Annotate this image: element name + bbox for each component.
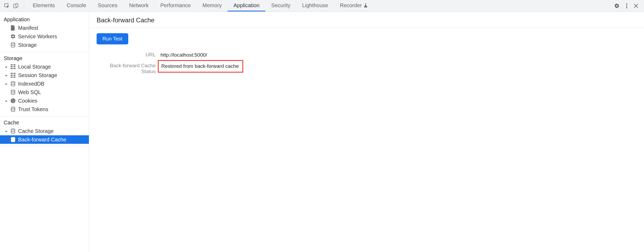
sidebar-item-local-storage[interactable]: ▸Local Storage	[0, 62, 89, 71]
run-test-button[interactable]: Run Test	[97, 33, 128, 44]
sidebar-item-label: Service Workers	[18, 33, 57, 40]
kv-label: Back-forward Cache Status	[97, 63, 160, 74]
cookie-icon	[10, 98, 16, 104]
svg-point-29	[11, 129, 15, 130]
tab-label: Lighthouse	[302, 2, 328, 9]
sidebar-item-label: Cookies	[18, 98, 37, 104]
tab-network[interactable]: Network	[123, 0, 154, 11]
tab-label: Security	[271, 2, 290, 9]
svg-point-22	[11, 90, 15, 91]
sidebar-item-cache-storage[interactable]: ▸Cache Storage	[0, 127, 89, 135]
kv-value: http://localhost:5000/	[160, 52, 207, 58]
svg-rect-18	[14, 75, 16, 76]
tab-label: Sources	[98, 2, 117, 9]
sidebar-item-manifest[interactable]: Manifest	[0, 24, 89, 32]
db-icon	[10, 81, 16, 87]
content-pane: Back-forward Cache Run Test URLhttp://lo…	[89, 12, 644, 252]
tab-label: Network	[129, 2, 148, 9]
tab-performance[interactable]: Performance	[155, 0, 197, 11]
tab-label: Console	[67, 2, 86, 9]
sidebar-item-label: Manifest	[18, 25, 38, 31]
sidebar-item-label: Trust Tokens	[18, 106, 48, 112]
tab-application[interactable]: Application	[228, 0, 265, 11]
tab-security[interactable]: Security	[265, 0, 296, 11]
tab-memory[interactable]: Memory	[197, 0, 228, 11]
svg-point-26	[13, 101, 13, 102]
svg-rect-10	[14, 64, 16, 65]
svg-rect-17	[11, 75, 13, 76]
sidebar-item-indexeddb[interactable]: ▸IndexedDB	[0, 79, 89, 88]
settings-icon[interactable]	[614, 3, 620, 9]
svg-point-3	[626, 3, 627, 4]
svg-point-4	[626, 5, 627, 6]
sidebar-item-label: Cache Storage	[18, 128, 53, 134]
svg-rect-19	[11, 77, 13, 78]
db-icon	[10, 42, 16, 48]
devtools-tabstrip: ElementsConsoleSourcesNetworkPerformance…	[0, 0, 644, 12]
expand-arrow-icon: ▸	[5, 73, 8, 77]
device-toolbar-icon[interactable]	[13, 3, 19, 9]
svg-point-25	[14, 100, 14, 101]
svg-point-8	[11, 43, 15, 44]
kv-row: Back-forward Cache StatusRestored from b…	[97, 63, 637, 74]
svg-rect-20	[14, 77, 16, 78]
sidebar-item-cookies[interactable]: ▸Cookies	[0, 96, 89, 105]
svg-rect-14	[14, 68, 16, 69]
application-sidebar: ApplicationManifestService WorkersStorag…	[0, 12, 89, 252]
highlight-box: Restored from back-forward cache	[158, 60, 243, 73]
expand-arrow-icon: ▸	[5, 65, 8, 69]
tab-lighthouse[interactable]: Lighthouse	[296, 0, 334, 11]
sidebar-item-trust-tokens[interactable]: Trust Tokens	[0, 105, 89, 114]
tab-sources[interactable]: Sources	[92, 0, 123, 11]
expand-arrow-icon: ▸	[5, 82, 8, 86]
db-icon	[10, 106, 16, 112]
kv-value: Restored from back-forward cache	[161, 63, 239, 69]
svg-point-21	[11, 81, 15, 83]
sidebar-item-label: Storage	[18, 42, 37, 48]
svg-rect-12	[14, 66, 16, 67]
file-icon	[10, 25, 16, 31]
gear-icon	[10, 33, 16, 39]
sidebar-item-web-sql[interactable]: Web SQL	[0, 88, 89, 96]
sidebar-item-session-storage[interactable]: ▸Session Storage	[0, 71, 89, 79]
svg-point-28	[11, 107, 15, 108]
sidebar-item-service-workers[interactable]: Service Workers	[0, 32, 89, 41]
kv-label: URL	[97, 52, 160, 58]
tab-elements[interactable]: Elements	[27, 0, 61, 11]
tab-label: Performance	[160, 2, 191, 9]
sidebar-item-storage[interactable]: Storage	[0, 41, 89, 49]
sidebar-item-label: Back-forward Cache	[18, 137, 66, 143]
svg-point-23	[11, 98, 15, 103]
tab-label: Recorder	[340, 2, 362, 9]
tab-recorder[interactable]: Recorder	[334, 0, 373, 11]
sidebar-item-label: Local Storage	[18, 64, 51, 70]
content-title: Back-forward Cache	[89, 12, 644, 28]
sidebar-section-cache: Cache	[0, 118, 89, 127]
close-icon[interactable]	[634, 4, 638, 8]
expand-arrow-icon: ▸	[5, 99, 8, 103]
sidebar-item-label: IndexedDB	[18, 81, 44, 87]
tab-label: Application	[233, 2, 259, 9]
svg-rect-13	[11, 68, 13, 69]
sidebar-section-application: Application	[0, 15, 89, 24]
tab-console[interactable]: Console	[61, 0, 92, 11]
more-options-icon[interactable]	[626, 3, 628, 9]
db-icon	[10, 137, 16, 142]
svg-rect-16	[14, 73, 16, 74]
inspect-element-icon[interactable]	[4, 3, 10, 9]
svg-rect-9	[11, 64, 13, 65]
tab-label: Memory	[203, 2, 222, 9]
db-icon	[10, 128, 16, 134]
grid-icon	[10, 72, 16, 78]
sidebar-item-label: Web SQL	[18, 89, 41, 95]
svg-rect-11	[11, 66, 13, 67]
svg-rect-15	[11, 73, 13, 74]
svg-rect-2	[16, 3, 18, 7]
db-icon	[10, 89, 16, 95]
grid-icon	[10, 64, 16, 70]
svg-point-24	[12, 100, 13, 100]
svg-point-5	[626, 7, 627, 8]
sidebar-item-back-forward-cache[interactable]: Back-forward Cache	[0, 135, 89, 144]
flask-icon	[364, 3, 368, 7]
kv-row: URLhttp://localhost:5000/	[97, 52, 637, 58]
